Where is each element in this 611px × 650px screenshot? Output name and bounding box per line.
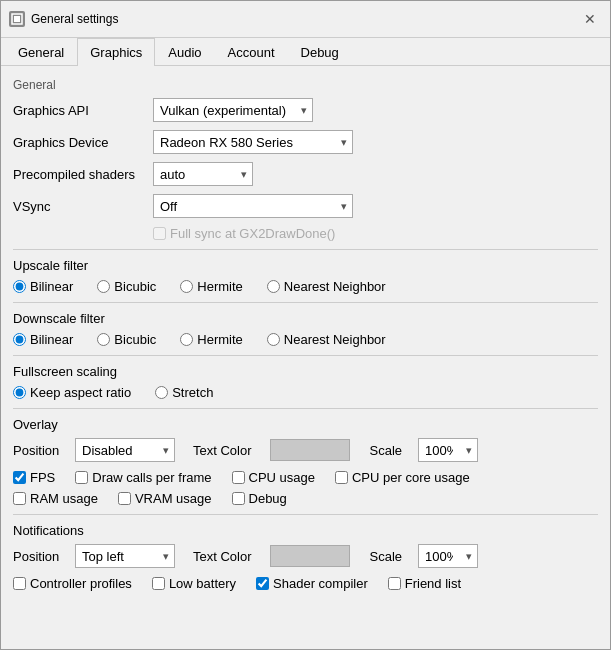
overlay-cpu-usage-checkbox[interactable]: [232, 471, 245, 484]
graphics-device-label: Graphics Device: [13, 135, 153, 150]
precompiled-shaders-label: Precompiled shaders: [13, 167, 153, 182]
upscale-bicubic[interactable]: Bicubic: [97, 279, 156, 294]
upscale-hermite-radio[interactable]: [180, 280, 193, 293]
notif-friend-list-checkbox[interactable]: [388, 577, 401, 590]
upscale-filter-group: Bilinear Bicubic Hermite Nearest Neighbo…: [13, 279, 598, 294]
overlay-fps-checkbox[interactable]: [13, 471, 26, 484]
fullscreen-stretch-radio[interactable]: [155, 386, 168, 399]
downscale-hermite-radio[interactable]: [180, 333, 193, 346]
overlay-draw-calls-checkbox[interactable]: [75, 471, 88, 484]
overlay-fps-checkbox-label[interactable]: FPS: [13, 470, 55, 485]
fullscreen-stretch[interactable]: Stretch: [155, 385, 213, 400]
upscale-bilinear[interactable]: Bilinear: [13, 279, 73, 294]
downscale-filter-group: Bilinear Bicubic Hermite Nearest Neighbo…: [13, 332, 598, 347]
upscale-bicubic-radio[interactable]: [97, 280, 110, 293]
upscale-bilinear-label: Bilinear: [30, 279, 73, 294]
overlay-debug-checkbox-label[interactable]: Debug: [232, 491, 287, 506]
full-sync-label: Full sync at GX2DrawDone(): [170, 226, 335, 241]
notifications-color-swatch[interactable]: [270, 545, 350, 567]
general-section-label: General: [13, 78, 598, 92]
overlay-position-select[interactable]: Disabled: [75, 438, 175, 462]
notif-shader-compiler-checkbox[interactable]: [256, 577, 269, 590]
downscale-bilinear-radio[interactable]: [13, 333, 26, 346]
tab-audio[interactable]: Audio: [155, 38, 214, 66]
tab-bar: General Graphics Audio Account Debug: [1, 38, 610, 66]
tab-debug[interactable]: Debug: [288, 38, 352, 66]
upscale-hermite[interactable]: Hermite: [180, 279, 243, 294]
close-button[interactable]: ✕: [578, 7, 602, 31]
notifications-scale-select-wrapper: 100%: [418, 544, 478, 568]
upscale-nearest[interactable]: Nearest Neighbor: [267, 279, 386, 294]
overlay-cpu-per-core-checkbox[interactable]: [335, 471, 348, 484]
notifications-label: Notifications: [13, 523, 598, 538]
notif-low-battery-checkbox[interactable]: [152, 577, 165, 590]
overlay-ram-usage-checkbox[interactable]: [13, 492, 26, 505]
overlay-color-swatch[interactable]: [270, 439, 350, 461]
downscale-hermite-label: Hermite: [197, 332, 243, 347]
precompiled-shaders-select[interactable]: auto: [153, 162, 253, 186]
graphics-api-select-wrapper: Vulkan (experimental): [153, 98, 313, 122]
overlay-vram-usage-checkbox[interactable]: [118, 492, 131, 505]
overlay-debug-checkbox[interactable]: [232, 492, 245, 505]
title-bar: General settings ✕: [1, 1, 610, 38]
fullscreen-keep-aspect-radio[interactable]: [13, 386, 26, 399]
graphics-device-select-wrapper: Radeon RX 580 Series: [153, 130, 353, 154]
svg-rect-1: [14, 16, 20, 22]
fullscreen-scaling-group: Keep aspect ratio Stretch: [13, 385, 598, 400]
tab-graphics[interactable]: Graphics: [77, 38, 155, 66]
vsync-row: VSync Off: [13, 194, 598, 218]
tab-account[interactable]: Account: [215, 38, 288, 66]
upscale-bilinear-radio[interactable]: [13, 280, 26, 293]
notifications-scale-select[interactable]: 100%: [418, 544, 478, 568]
notifications-text-color-label: Text Color: [193, 549, 252, 564]
notif-controller-profiles-text: Controller profiles: [30, 576, 132, 591]
notif-low-battery-label[interactable]: Low battery: [152, 576, 236, 591]
upscale-nearest-radio[interactable]: [267, 280, 280, 293]
overlay-cpu-usage-label: CPU usage: [249, 470, 315, 485]
downscale-bicubic-label: Bicubic: [114, 332, 156, 347]
upscale-hermite-label: Hermite: [197, 279, 243, 294]
notif-controller-profiles-label[interactable]: Controller profiles: [13, 576, 132, 591]
overlay-draw-calls-checkbox-label[interactable]: Draw calls per frame: [75, 470, 211, 485]
overlay-checkboxes-row2: RAM usage VRAM usage Debug: [13, 491, 598, 506]
overlay-scale-select-wrapper: 100%: [418, 438, 478, 462]
vsync-select[interactable]: Off: [153, 194, 353, 218]
downscale-bicubic-radio[interactable]: [97, 333, 110, 346]
fullscreen-stretch-label: Stretch: [172, 385, 213, 400]
overlay-vram-usage-label: VRAM usage: [135, 491, 212, 506]
graphics-device-row: Graphics Device Radeon RX 580 Series: [13, 130, 598, 154]
graphics-api-row: Graphics API Vulkan (experimental): [13, 98, 598, 122]
overlay-vram-usage-checkbox-label[interactable]: VRAM usage: [118, 491, 212, 506]
notifications-scale-label: Scale: [370, 549, 403, 564]
notif-shader-compiler-label[interactable]: Shader compiler: [256, 576, 368, 591]
notifications-controls-row: Position Top left Text Color Scale 100%: [13, 544, 598, 568]
divider-5: [13, 514, 598, 515]
downscale-hermite[interactable]: Hermite: [180, 332, 243, 347]
window-title: General settings: [31, 12, 578, 26]
divider-4: [13, 408, 598, 409]
main-window: General settings ✕ General Graphics Audi…: [0, 0, 611, 650]
downscale-nearest[interactable]: Nearest Neighbor: [267, 332, 386, 347]
notifications-position-select[interactable]: Top left: [75, 544, 175, 568]
downscale-bilinear[interactable]: Bilinear: [13, 332, 73, 347]
graphics-device-select[interactable]: Radeon RX 580 Series: [153, 130, 353, 154]
overlay-text-color-label: Text Color: [193, 443, 252, 458]
downscale-nearest-radio[interactable]: [267, 333, 280, 346]
divider-1: [13, 249, 598, 250]
overlay-cpu-usage-checkbox-label[interactable]: CPU usage: [232, 470, 315, 485]
downscale-bicubic[interactable]: Bicubic: [97, 332, 156, 347]
overlay-scale-select[interactable]: 100%: [418, 438, 478, 462]
upscale-filter-label: Upscale filter: [13, 258, 598, 273]
overlay-scale-label: Scale: [370, 443, 403, 458]
overlay-ram-usage-checkbox-label[interactable]: RAM usage: [13, 491, 98, 506]
overlay-cpu-per-core-checkbox-label[interactable]: CPU per core usage: [335, 470, 470, 485]
notif-friend-list-text: Friend list: [405, 576, 461, 591]
graphics-api-select[interactable]: Vulkan (experimental): [153, 98, 313, 122]
fullscreen-keep-aspect[interactable]: Keep aspect ratio: [13, 385, 131, 400]
vsync-select-wrapper: Off: [153, 194, 353, 218]
notifications-checkboxes-row: Controller profiles Low battery Shader c…: [13, 576, 598, 591]
notif-friend-list-label[interactable]: Friend list: [388, 576, 461, 591]
notifications-position-select-wrapper: Top left: [75, 544, 175, 568]
notif-controller-profiles-checkbox[interactable]: [13, 577, 26, 590]
tab-general[interactable]: General: [5, 38, 77, 66]
